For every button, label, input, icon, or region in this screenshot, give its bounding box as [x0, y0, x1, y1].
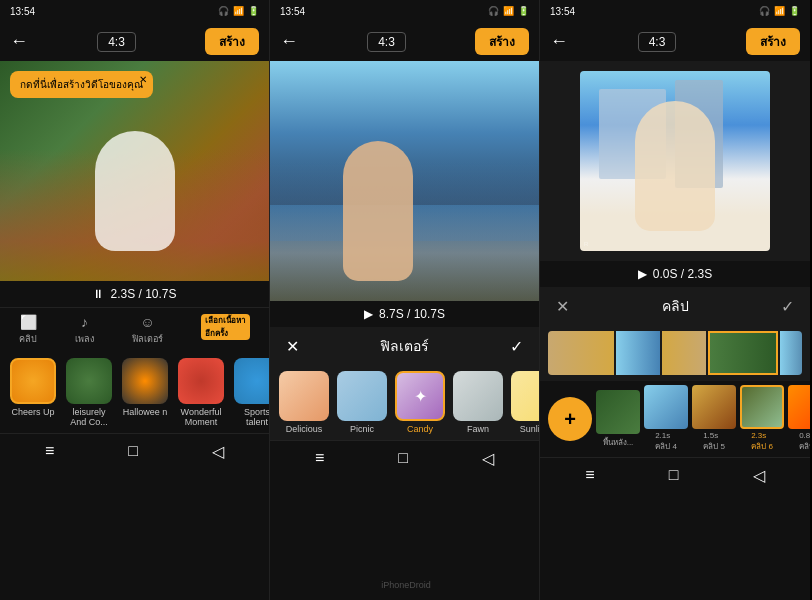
back-nav-button-2[interactable]: ◁ [482, 449, 494, 468]
person-figure-3 [635, 101, 715, 231]
clip-title: คลิป [662, 295, 689, 317]
playback-controls-2[interactable]: ▶ 8.7S / 10.7S [364, 307, 445, 321]
home-button-1[interactable]: □ [128, 442, 138, 461]
status-icons-1: 🎧 📶 🔋 [218, 6, 259, 16]
play-icon-3[interactable]: ▶ [638, 267, 647, 281]
ratio-button-1[interactable]: 4:3 [97, 32, 136, 52]
tab-music-1[interactable]: ♪ เพลง [75, 314, 94, 346]
filter-label-sunlight: Sunlight [520, 424, 539, 434]
tooltip-text: กดที่นี่เพื่อสร้างวิดีโอของคุณ [20, 79, 143, 90]
filter-close[interactable]: ✕ [286, 337, 299, 356]
battery-icon: 🔋 [248, 6, 259, 16]
ratio-button-3[interactable]: 4:3 [638, 32, 677, 52]
menu-button-2[interactable]: ≡ [315, 449, 324, 468]
clip-item-4[interactable]: 2.1sคลิป 4 [644, 385, 688, 453]
play-icon-2[interactable]: ▶ [364, 307, 373, 321]
tab-select-1[interactable]: เลือกเนื้อหาอีกครั้ง [201, 314, 250, 346]
create-button-3[interactable]: สร้าง [746, 28, 800, 55]
status-bar-1: 13:54 🎧 📶 🔋 [0, 0, 269, 22]
headphone-icon-3: 🎧 [759, 6, 770, 16]
clip-duration-7: 0.8sคลิป 7 [799, 431, 810, 453]
time-3: 13:54 [550, 6, 575, 17]
time-1: 13:54 [10, 6, 35, 17]
headphone-icon-2: 🎧 [488, 6, 499, 16]
filter-label-candy: Candy [407, 424, 433, 434]
effect-leisurely[interactable]: leisurelyAnd Co... [64, 358, 114, 427]
signal-icon: 📶 [233, 6, 244, 16]
filter-thumb-delicious [279, 371, 329, 421]
clip-item-6[interactable]: 2.3sคลิป 6 [740, 385, 784, 453]
playback-controls-3[interactable]: ▶ 0.0S / 2.3S [638, 267, 712, 281]
add-clip-button[interactable]: + [548, 397, 592, 441]
sys-nav-1: ≡ □ ◁ [0, 433, 269, 469]
clip-item-bg[interactable]: พื้นหลัง... [596, 390, 640, 449]
panel-3: 13:54 🎧 📶 🔋 ← 4:3 สร้าง R ▶ 0.0S / 2.3S … [540, 0, 810, 600]
battery-icon-3: 🔋 [789, 6, 800, 16]
top-nav-3: ← 4:3 สร้าง [540, 22, 810, 61]
clip-segment-3 [662, 331, 706, 375]
clip-item-7[interactable]: 0.8sคลิป 7 [788, 385, 810, 453]
effect-sports[interactable]: Sports talent [232, 358, 269, 427]
menu-button-3[interactable]: ≡ [585, 466, 594, 485]
headphone-icon: 🎧 [218, 6, 229, 16]
timeline-2: ▶ 8.7S / 10.7S [270, 301, 539, 327]
playback-time-3: 0.0S / 2.3S [653, 267, 712, 281]
signal-icon-2: 📶 [503, 6, 514, 16]
home-button-2[interactable]: □ [398, 449, 408, 468]
preview-image-2 [270, 61, 539, 301]
video-preview-3: R [540, 61, 810, 261]
effect-thumb-cheers [10, 358, 56, 404]
timeline-3: ▶ 0.0S / 2.3S [540, 261, 810, 287]
back-button-2[interactable]: ← [280, 31, 298, 52]
effects-strip-1: Cheers Up leisurelyAnd Co... Hallowee n … [0, 352, 269, 433]
clip-thumb-4 [644, 385, 688, 429]
clip-item-5[interactable]: 1.5sคลิป 5 [692, 385, 736, 453]
effect-label-cheers: Cheers Up [11, 407, 54, 417]
clip-thumb-6 [740, 385, 784, 429]
status-bar-2: 13:54 🎧 📶 🔋 [270, 0, 539, 22]
effect-wonderful[interactable]: Wonderful Moment [176, 358, 226, 427]
effect-label-wonderful: Wonderful Moment [176, 407, 226, 427]
back-nav-button-1[interactable]: ◁ [212, 442, 224, 461]
filter-candy[interactable]: ✦ Candy [394, 371, 446, 434]
clip-timeline [540, 325, 810, 381]
tooltip-close[interactable]: ✕ [139, 74, 147, 85]
menu-button-1[interactable]: ≡ [45, 442, 54, 461]
clip-segment-4 [708, 331, 778, 375]
video-preview-2 [270, 61, 539, 301]
back-nav-button-3[interactable]: ◁ [753, 466, 765, 485]
effect-cheers[interactable]: Cheers Up [8, 358, 58, 427]
effect-thumb-halloween [122, 358, 168, 404]
ratio-button-2[interactable]: 4:3 [367, 32, 406, 52]
tab-filter-1[interactable]: ☺ ฟิลเตอร์ [132, 314, 163, 346]
clip-thumb-5 [692, 385, 736, 429]
filter-delicious[interactable]: Delicious [278, 371, 330, 434]
clip-duration-4: 2.1sคลิป 4 [655, 431, 677, 453]
playback-controls-1[interactable]: ⏸ 2.3S / 10.7S [92, 287, 176, 301]
clip-thumb-7 [788, 385, 810, 429]
home-button-3[interactable]: □ [669, 466, 679, 485]
create-button-1[interactable]: สร้าง [205, 28, 259, 55]
filter-thumb-candy: ✦ [395, 371, 445, 421]
clip-segment-2 [616, 331, 660, 375]
tab-clip-1[interactable]: ⬜ คลิป [19, 314, 37, 346]
panel-1: 13:54 🎧 📶 🔋 ← 4:3 สร้าง กดที่นี่เพื่อสร้… [0, 0, 270, 600]
effect-thumb-leisurely [66, 358, 112, 404]
clip-confirm[interactable]: ✓ [781, 297, 794, 316]
filter-fawn[interactable]: Fawn [452, 371, 504, 434]
create-button-2[interactable]: สร้าง [475, 28, 529, 55]
clip-segment-5 [780, 331, 802, 375]
pause-icon-1[interactable]: ⏸ [92, 287, 104, 301]
effect-halloween[interactable]: Hallowee n [120, 358, 170, 427]
bottom-tabs-1: ⬜ คลิป ♪ เพลง ☺ ฟิลเตอร์ เลือกเนื้อหาอีก… [0, 307, 269, 352]
playback-time-2: 8.7S / 10.7S [379, 307, 445, 321]
clip-close[interactable]: ✕ [556, 297, 569, 316]
effect-thumb-sports [234, 358, 269, 404]
filter-picnic[interactable]: Picnic [336, 371, 388, 434]
back-button-3[interactable]: ← [550, 31, 568, 52]
filter-confirm[interactable]: ✓ [510, 337, 523, 356]
back-button-1[interactable]: ← [10, 31, 28, 52]
filter-sunlight[interactable]: Sunlight [510, 371, 539, 434]
clip-header: ✕ คลิป ✓ [540, 287, 810, 325]
filter-icon-1: ☺ [140, 314, 154, 330]
